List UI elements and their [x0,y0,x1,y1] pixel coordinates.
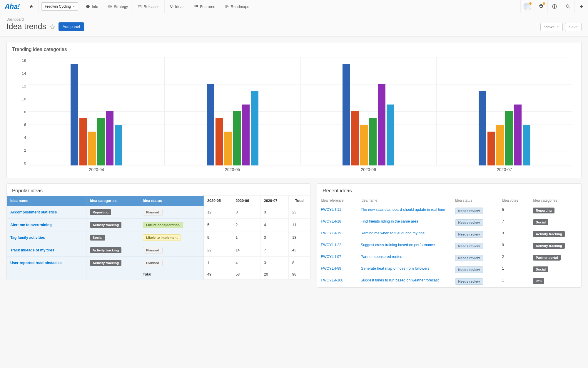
col-idea-status[interactable]: Idea status [139,196,203,206]
cell-value: 1 [232,231,260,244]
cell-value: 14 [232,244,260,257]
bar[interactable] [496,125,504,165]
bar[interactable] [360,125,368,165]
idea-reference-link[interactable]: FWCYL-I-99 [321,266,341,271]
votes-value: 7 [498,217,529,228]
bar[interactable] [115,125,122,165]
nav-info[interactable]: Info [81,0,103,13]
bar[interactable] [487,132,495,165]
bar[interactable] [233,111,241,165]
idea-name-link[interactable]: Find friends riding in the same area [361,219,418,223]
recent-ideas-title: Recent ideas [317,184,581,195]
bar[interactable] [71,64,78,165]
col-votes: Idea votes [498,195,529,205]
nav-strategy[interactable]: Strategy [103,0,133,13]
notification-dot [529,2,532,5]
idea-name-link[interactable]: Track mileage of my tires [10,248,54,252]
bar[interactable] [97,118,105,165]
idea-name-link[interactable]: Suggest cross training based on performa… [361,243,435,247]
bar[interactable] [351,111,359,165]
bar[interactable] [523,125,530,165]
add-panel-button[interactable]: Add panel [59,22,84,31]
idea-reference-link[interactable]: FWCYL-I-22 [321,243,341,247]
idea-reference-link[interactable]: FWCYL-I-11 [321,208,341,212]
cell-value: 4 [260,219,288,231]
x-tick: 2020-05 [165,167,301,172]
bar[interactable] [207,84,214,165]
bar[interactable] [251,91,258,165]
idea-name-link[interactable]: User-reported road obstacles [10,261,61,265]
bar[interactable] [79,118,87,165]
col-idea-name[interactable]: Idea name [7,196,86,206]
idea-name-link[interactable]: Partner sponsored routes [361,255,402,259]
category-tag: Reporting [90,209,111,215]
category-tag: iOS [533,278,544,284]
col-idea-categories[interactable]: Idea categories [86,196,139,206]
workspace-selector[interactable]: Fredwin Cycling [41,2,78,11]
table-row: Accomplishment statistics Reporting Plan… [7,206,310,219]
grid-icon [194,4,198,9]
idea-name-link[interactable]: Remind me when to fuel during my ride [361,231,425,235]
idea-name-link[interactable]: The new stats dashboard should update in… [361,208,445,212]
idea-name-link[interactable]: Suggest times to run based on weather fo… [361,278,439,282]
bar[interactable] [88,132,96,165]
recent-ideas-panel: Recent ideas Idea reference Idea name Id… [317,183,582,288]
idea-name-link[interactable]: Alert me to overtraining [10,223,52,227]
category-tag: Social [533,219,548,225]
settings-button[interactable] [534,0,547,13]
nav-features[interactable]: Features [189,0,220,13]
idea-reference-link[interactable]: FWCYL-I-97 [321,255,341,259]
bar[interactable] [378,84,385,165]
bar[interactable] [369,118,377,165]
cell-value: 23 [289,206,310,219]
table-row: FWCYL-I-18 Find friends riding in the sa… [317,217,581,228]
table-row: Alert me to overtraining Activity tracki… [7,219,310,231]
nav-roadmaps-label: Roadmaps [231,4,249,9]
nav-releases[interactable]: Releases [133,0,164,13]
bar[interactable] [343,64,350,165]
col-2020-05[interactable]: 2020-05 [204,196,232,206]
cell-value: 49 [204,269,232,280]
bar[interactable] [479,91,486,165]
col-2020-06[interactable]: 2020-06 [232,196,260,206]
chevron-down-icon [73,5,75,8]
bar[interactable] [216,118,223,165]
nav-roadmaps[interactable]: Roadmaps [220,0,254,13]
status-badge: Needs review [455,231,483,238]
idea-reference-link[interactable]: FWCYL-I-19 [321,231,341,235]
bar[interactable] [387,105,394,165]
col-2020-07[interactable]: 2020-07 [260,196,288,206]
idea-name-link[interactable]: Accomplishment statistics [10,210,57,214]
bar[interactable] [505,111,513,165]
bar[interactable] [514,105,522,165]
idea-name-link[interactable]: Generate heat map of rides from follower… [361,266,429,271]
idea-name-link[interactable]: Tag family activities [10,236,45,240]
y-tick: 0 [24,161,26,165]
col-total[interactable]: Total [289,196,310,206]
star-icon[interactable] [50,24,55,29]
user-avatar-button[interactable] [520,0,534,13]
brand-logo[interactable]: Aha! [0,0,24,13]
status-badge: Planned [143,209,163,216]
category-tag: Social [90,235,105,241]
chart-panel-title: Trending idea categories [7,42,581,54]
nav-home[interactable] [24,0,39,13]
cell-value: 4 [232,257,260,269]
views-dropdown[interactable]: Views [540,23,563,31]
cell-value: 8 [289,257,310,269]
idea-reference-link[interactable]: FWCYL-I-100 [321,278,343,282]
svg-rect-1 [88,6,88,7]
search-icon [565,4,571,9]
search-button[interactable] [561,0,574,13]
idea-reference-link[interactable]: FWCYL-I-18 [321,219,341,223]
breadcrumb[interactable]: Dashboard [6,17,84,21]
cell-value: 12 [204,206,232,219]
help-button[interactable] [547,0,561,13]
bar[interactable] [242,105,250,165]
bar-group [436,57,572,165]
bar[interactable] [224,132,232,165]
add-button[interactable] [574,0,588,13]
nav-ideas[interactable]: Ideas [165,0,190,13]
bar[interactable] [106,111,113,165]
category-tag: Partner portal [533,255,560,261]
